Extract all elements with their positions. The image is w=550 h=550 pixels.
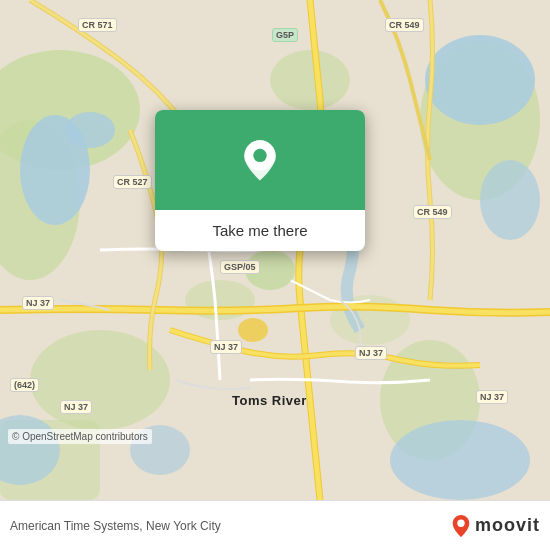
- svg-point-6: [270, 50, 350, 110]
- map-container: CR 571 CR 527 CR 549 CR 549 G5P GSP/05 N…: [0, 0, 550, 500]
- take-me-there-button[interactable]: Take me there: [155, 210, 365, 251]
- label-nj37-right: NJ 37: [355, 346, 387, 360]
- label-nj37-bottom: NJ 37: [60, 400, 92, 414]
- svg-point-20: [253, 149, 266, 162]
- label-cr549-top: CR 549: [385, 18, 424, 32]
- popup-card[interactable]: Take me there: [155, 110, 365, 251]
- business-name-label: American Time Systems, New York City: [10, 519, 221, 533]
- svg-point-13: [480, 160, 540, 240]
- svg-point-11: [65, 112, 115, 148]
- svg-point-14: [390, 420, 530, 500]
- moovit-logo: moovit: [451, 514, 540, 538]
- svg-point-21: [457, 519, 464, 526]
- moovit-brand-text: moovit: [475, 515, 540, 536]
- location-pin-icon: [237, 137, 283, 183]
- toms-river-label: Toms River: [232, 393, 307, 408]
- label-gsp05: GSP/05: [220, 260, 260, 274]
- label-cr527: CR 527: [113, 175, 152, 189]
- svg-point-12: [425, 35, 535, 125]
- svg-point-17: [238, 318, 268, 342]
- label-nj37-left: NJ 37: [22, 296, 54, 310]
- label-642: (642): [10, 378, 39, 392]
- map-attribution: © OpenStreetMap contributors: [8, 429, 152, 444]
- label-cr549-mid: CR 549: [413, 205, 452, 219]
- bottom-bar: American Time Systems, New York City moo…: [0, 500, 550, 550]
- label-nj37-far-right: NJ 37: [476, 390, 508, 404]
- moovit-pin-icon: [451, 514, 471, 538]
- popup-header: [155, 110, 365, 210]
- label-g5p: G5P: [272, 28, 298, 42]
- label-nj37-mid: NJ 37: [210, 340, 242, 354]
- label-cr571: CR 571: [78, 18, 117, 32]
